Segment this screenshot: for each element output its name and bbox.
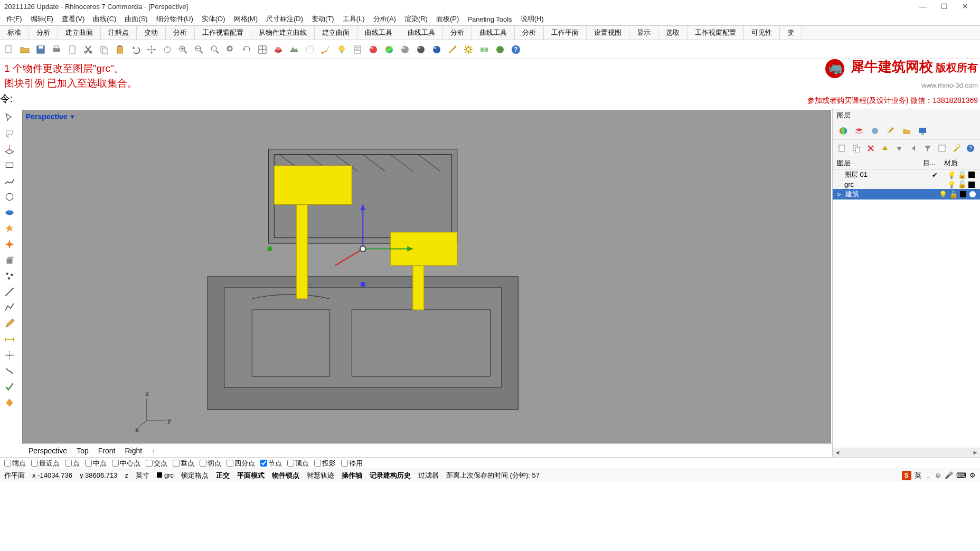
layer-sphere-icon[interactable] [366,43,380,56]
trim-icon[interactable] [1,348,18,362]
display-tab-icon[interactable] [869,125,881,137]
undo-icon[interactable] [129,43,143,56]
status-plane[interactable]: 作平面 [4,471,25,480]
status-layer[interactable]: grc [157,471,174,479]
zoom-in-icon[interactable] [176,43,190,56]
status-osnap[interactable]: 物件锁点 [272,471,299,480]
brush-tab-icon[interactable] [884,125,897,137]
new-sublayer-icon[interactable] [851,142,862,155]
check-icon[interactable] [1,380,18,394]
tab-curve-tools2[interactable]: 曲线工具 [400,26,443,40]
scroll-right-icon[interactable]: ► [970,449,980,455]
header-material[interactable]: 材质 [944,158,976,168]
sphere-grey-icon[interactable] [398,43,412,56]
osnap-end[interactable]: 端点 [4,459,26,468]
tab-transform[interactable]: 变动 [137,26,166,40]
zoom-out-icon[interactable] [192,43,206,56]
material-tab-icon[interactable] [837,125,850,137]
gear-icon[interactable] [461,43,475,56]
maximize-button[interactable]: ☐ [934,0,955,13]
tab-visibility[interactable]: 可见性 [744,26,780,40]
rotate-view-icon[interactable] [161,43,174,56]
tab-display[interactable]: 显示 [629,26,658,40]
move-down-icon[interactable] [894,142,905,155]
status-unit[interactable]: 英寸 [136,471,149,480]
filter-icon[interactable] [922,142,933,155]
tab-surface[interactable]: 建立曲面 [58,26,101,40]
tab-select[interactable]: 选取 [658,26,687,40]
shade-icon[interactable] [287,43,301,56]
tab-analyze2[interactable]: 分析 [166,26,195,40]
menu-mesh[interactable]: 网格(M) [230,13,262,25]
tab-annotate[interactable]: 注解点 [101,26,137,40]
osnap-mid[interactable]: 中点 [85,459,107,468]
visible-icon[interactable]: 💡 [947,171,956,179]
menu-render[interactable]: 渲染(R) [400,13,432,25]
ime-comma-icon[interactable]: ， [925,471,931,480]
sphere-blue-icon[interactable] [430,43,444,56]
layer-scrollbar[interactable]: ◄ ► [833,448,980,457]
current-check-icon[interactable]: ✔ [924,171,945,179]
menu-paneling-tools[interactable]: Paneling Tools [463,14,516,24]
tab-analyze3[interactable]: 分析 [443,26,472,40]
lock-icon[interactable]: 🔓 [958,171,966,179]
axis-icon[interactable] [446,43,459,56]
prev-icon[interactable] [908,142,919,155]
print-icon[interactable] [50,43,63,56]
line-icon[interactable] [1,285,18,299]
layers-tab-icon[interactable] [853,125,865,137]
menu-subd[interactable]: 细分物件(U) [152,13,197,25]
layer-row[interactable]: 图层 01 ✔ 💡 🔓 [833,169,980,180]
ime-lang[interactable]: 英 [915,471,921,480]
pan-icon[interactable] [145,43,158,56]
cut-icon[interactable] [81,43,95,56]
copy-icon[interactable] [97,43,111,56]
status-smarttrack[interactable]: 智慧轨迹 [307,471,334,480]
osnap-disable[interactable]: 停用 [341,459,363,468]
circle-icon[interactable] [1,190,18,204]
viewtab-right[interactable]: Right [125,446,142,455]
osnap-quad[interactable]: 四分点 [227,459,255,468]
osnap-near[interactable]: 最近点 [31,459,60,468]
tab-set-view[interactable]: 设置视图 [587,26,629,40]
osnap-vertex[interactable]: 顶点 [287,459,309,468]
four-viewport-icon[interactable] [256,43,269,56]
menu-tools[interactable]: 工具(L) [338,13,369,25]
new-icon[interactable] [2,43,16,56]
viewtab-front[interactable]: Front [98,446,116,455]
menu-solid[interactable]: 实体(O) [197,13,230,25]
status-planar[interactable]: 平面模式 [237,471,265,480]
edit-icon[interactable] [1,317,18,330]
save-icon[interactable] [34,43,48,56]
tab-curve-tools[interactable]: 曲线工具 [357,26,400,40]
osnap-tan[interactable]: 切点 [200,459,221,468]
open-icon[interactable] [18,43,32,56]
ime-keyboard-icon[interactable]: ⌨ [956,471,966,479]
perspective-viewport[interactable]: Perspective ▼ [22,110,831,443]
menu-surface[interactable]: 曲面(S) [120,13,152,25]
menu-edit[interactable]: 编辑(E) [26,13,58,25]
ime-mic-icon[interactable]: 🎤 [945,471,953,479]
lock-icon[interactable]: 🔓 [949,191,958,198]
polyline-icon[interactable] [1,301,18,315]
color-swatch[interactable] [968,172,975,178]
layer-help-icon[interactable]: ? [965,142,976,155]
material-sphere-icon[interactable] [382,43,396,56]
ime-settings-icon[interactable]: ⚙ [969,471,976,479]
color-swatch[interactable] [968,182,975,188]
move-up-icon[interactable] [880,142,891,155]
delete-layer-icon[interactable] [865,142,877,155]
tab-analyze4[interactable]: 分析 [515,26,544,40]
tab-viewport-layout[interactable]: 工作视窗配置 [195,26,251,40]
lock-icon[interactable]: 🔓 [958,180,966,188]
lasso-icon[interactable] [1,127,18,140]
osnap-int[interactable]: 交点 [146,459,167,468]
menu-panel[interactable]: 面板(P) [432,13,463,25]
tab-surface2[interactable]: 建立曲面 [315,26,357,40]
expand-icon[interactable]: > [837,191,842,198]
close-button[interactable]: ✕ [955,0,976,13]
doc-icon[interactable] [65,43,79,56]
extrude-icon[interactable] [1,253,18,267]
color-swatch[interactable] [960,191,966,197]
pointer-icon[interactable] [1,111,18,125]
